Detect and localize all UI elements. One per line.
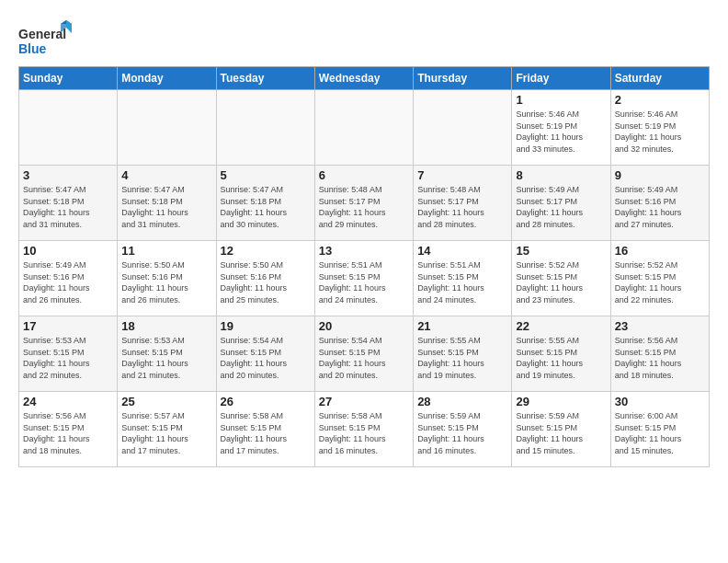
day-cell: 28Sunrise: 5:59 AM Sunset: 5:15 PM Dayli…: [414, 392, 512, 467]
day-number: 29: [516, 395, 606, 408]
day-cell: 27Sunrise: 5:58 AM Sunset: 5:15 PM Dayli…: [314, 392, 413, 467]
day-number: 20: [319, 319, 409, 333]
svg-text:General: General: [18, 27, 66, 41]
day-info: Sunrise: 5:51 AM Sunset: 5:15 PM Dayligh…: [417, 259, 507, 305]
logo-svg: General Blue: [18, 20, 74, 61]
day-info: Sunrise: 5:59 AM Sunset: 5:15 PM Dayligh…: [417, 410, 507, 456]
day-info: Sunrise: 5:57 AM Sunset: 5:15 PM Dayligh…: [121, 410, 211, 456]
day-info: Sunrise: 6:00 AM Sunset: 5:15 PM Dayligh…: [615, 410, 705, 456]
day-info: Sunrise: 5:53 AM Sunset: 5:15 PM Dayligh…: [23, 335, 113, 381]
week-row-3: 10Sunrise: 5:49 AM Sunset: 5:16 PM Dayli…: [19, 241, 710, 316]
day-cell: 11Sunrise: 5:50 AM Sunset: 5:16 PM Dayli…: [118, 241, 216, 316]
day-cell: 14Sunrise: 5:51 AM Sunset: 5:15 PM Dayli…: [414, 241, 512, 316]
day-cell: 12Sunrise: 5:50 AM Sunset: 5:16 PM Dayli…: [216, 241, 314, 316]
day-cell: [314, 90, 413, 166]
day-number: 27: [319, 395, 409, 408]
day-header-friday: Friday: [512, 67, 610, 90]
day-info: Sunrise: 5:48 AM Sunset: 5:17 PM Dayligh…: [417, 184, 507, 230]
day-info: Sunrise: 5:47 AM Sunset: 5:18 PM Dayligh…: [221, 184, 311, 230]
week-row-2: 3Sunrise: 5:47 AM Sunset: 5:18 PM Daylig…: [19, 166, 710, 241]
day-number: 18: [121, 319, 211, 333]
day-number: 3: [23, 168, 113, 182]
day-info: Sunrise: 5:59 AM Sunset: 5:15 PM Dayligh…: [516, 410, 606, 456]
page-header: General Blue: [18, 15, 710, 61]
day-number: 7: [417, 168, 507, 182]
day-number: 28: [417, 395, 507, 408]
day-number: 22: [516, 319, 606, 333]
day-header-tuesday: Tuesday: [216, 67, 314, 90]
week-row-4: 17Sunrise: 5:53 AM Sunset: 5:15 PM Dayli…: [19, 316, 710, 392]
day-info: Sunrise: 5:49 AM Sunset: 5:16 PM Dayligh…: [615, 184, 705, 230]
day-cell: 22Sunrise: 5:55 AM Sunset: 5:15 PM Dayli…: [512, 316, 610, 392]
day-number: 10: [23, 244, 113, 258]
day-info: Sunrise: 5:49 AM Sunset: 5:16 PM Dayligh…: [23, 259, 113, 305]
day-number: 30: [615, 395, 705, 408]
day-cell: 21Sunrise: 5:55 AM Sunset: 5:15 PM Dayli…: [414, 316, 512, 392]
day-cell: 3Sunrise: 5:47 AM Sunset: 5:18 PM Daylig…: [19, 166, 118, 241]
day-cell: 10Sunrise: 5:49 AM Sunset: 5:16 PM Dayli…: [19, 241, 118, 316]
day-info: Sunrise: 5:55 AM Sunset: 5:15 PM Dayligh…: [417, 335, 507, 381]
day-cell: 1Sunrise: 5:46 AM Sunset: 5:19 PM Daylig…: [512, 90, 610, 166]
day-cell: 2Sunrise: 5:46 AM Sunset: 5:19 PM Daylig…: [610, 90, 709, 166]
day-cell: 7Sunrise: 5:48 AM Sunset: 5:17 PM Daylig…: [414, 166, 512, 241]
day-number: 24: [23, 395, 113, 408]
day-header-monday: Monday: [118, 67, 216, 90]
day-number: 15: [516, 244, 606, 258]
week-row-1: 1Sunrise: 5:46 AM Sunset: 5:19 PM Daylig…: [19, 90, 710, 166]
day-header-sunday: Sunday: [19, 67, 118, 90]
day-number: 2: [615, 93, 705, 107]
day-cell: 19Sunrise: 5:54 AM Sunset: 5:15 PM Dayli…: [216, 316, 314, 392]
day-info: Sunrise: 5:58 AM Sunset: 5:15 PM Dayligh…: [221, 410, 311, 456]
day-number: 1: [516, 93, 606, 107]
day-cell: 26Sunrise: 5:58 AM Sunset: 5:15 PM Dayli…: [216, 392, 314, 467]
day-cell: [216, 90, 314, 166]
day-cell: 13Sunrise: 5:51 AM Sunset: 5:15 PM Dayli…: [314, 241, 413, 316]
day-number: 8: [516, 168, 606, 182]
day-number: 23: [615, 319, 705, 333]
day-info: Sunrise: 5:52 AM Sunset: 5:15 PM Dayligh…: [615, 259, 705, 305]
day-info: Sunrise: 5:53 AM Sunset: 5:15 PM Dayligh…: [121, 335, 211, 381]
calendar-header-row: SundayMondayTuesdayWednesdayThursdayFrid…: [19, 67, 710, 90]
svg-marker-3: [66, 20, 72, 33]
day-cell: 16Sunrise: 5:52 AM Sunset: 5:15 PM Dayli…: [610, 241, 709, 316]
day-info: Sunrise: 5:47 AM Sunset: 5:18 PM Dayligh…: [121, 184, 211, 230]
day-number: 17: [23, 319, 113, 333]
day-number: 21: [417, 319, 507, 333]
day-number: 19: [221, 319, 311, 333]
day-cell: [414, 90, 512, 166]
day-info: Sunrise: 5:52 AM Sunset: 5:15 PM Dayligh…: [516, 259, 606, 305]
day-number: 14: [417, 244, 507, 258]
day-info: Sunrise: 5:51 AM Sunset: 5:15 PM Dayligh…: [319, 259, 409, 305]
day-info: Sunrise: 5:48 AM Sunset: 5:17 PM Dayligh…: [319, 184, 409, 230]
day-info: Sunrise: 5:54 AM Sunset: 5:15 PM Dayligh…: [221, 335, 311, 381]
day-number: 5: [221, 168, 311, 182]
day-cell: [118, 90, 216, 166]
day-number: 16: [615, 244, 705, 258]
day-info: Sunrise: 5:56 AM Sunset: 5:15 PM Dayligh…: [615, 335, 705, 381]
logo: General Blue: [18, 20, 74, 61]
day-cell: 4Sunrise: 5:47 AM Sunset: 5:18 PM Daylig…: [118, 166, 216, 241]
day-cell: 20Sunrise: 5:54 AM Sunset: 5:15 PM Dayli…: [314, 316, 413, 392]
calendar-table: SundayMondayTuesdayWednesdayThursdayFrid…: [18, 66, 710, 467]
day-info: Sunrise: 5:55 AM Sunset: 5:15 PM Dayligh…: [516, 335, 606, 381]
day-number: 6: [319, 168, 409, 182]
day-info: Sunrise: 5:54 AM Sunset: 5:15 PM Dayligh…: [319, 335, 409, 381]
svg-text:Blue: Blue: [18, 41, 47, 56]
day-cell: 18Sunrise: 5:53 AM Sunset: 5:15 PM Dayli…: [118, 316, 216, 392]
day-info: Sunrise: 5:47 AM Sunset: 5:18 PM Dayligh…: [23, 184, 113, 230]
day-header-wednesday: Wednesday: [314, 67, 413, 90]
calendar-page: General Blue SundayMondayTuesdayWednesda…: [0, 0, 728, 477]
day-info: Sunrise: 5:56 AM Sunset: 5:15 PM Dayligh…: [23, 410, 113, 456]
day-info: Sunrise: 5:50 AM Sunset: 5:16 PM Dayligh…: [121, 259, 211, 305]
day-cell: 15Sunrise: 5:52 AM Sunset: 5:15 PM Dayli…: [512, 241, 610, 316]
day-info: Sunrise: 5:50 AM Sunset: 5:16 PM Dayligh…: [221, 259, 311, 305]
day-number: 26: [221, 395, 311, 408]
day-number: 25: [121, 395, 211, 408]
day-info: Sunrise: 5:58 AM Sunset: 5:15 PM Dayligh…: [319, 410, 409, 456]
day-cell: 23Sunrise: 5:56 AM Sunset: 5:15 PM Dayli…: [610, 316, 709, 392]
day-cell: 30Sunrise: 6:00 AM Sunset: 5:15 PM Dayli…: [610, 392, 709, 467]
week-row-5: 24Sunrise: 5:56 AM Sunset: 5:15 PM Dayli…: [19, 392, 710, 467]
day-number: 11: [121, 244, 211, 258]
day-number: 4: [121, 168, 211, 182]
day-cell: [19, 90, 118, 166]
